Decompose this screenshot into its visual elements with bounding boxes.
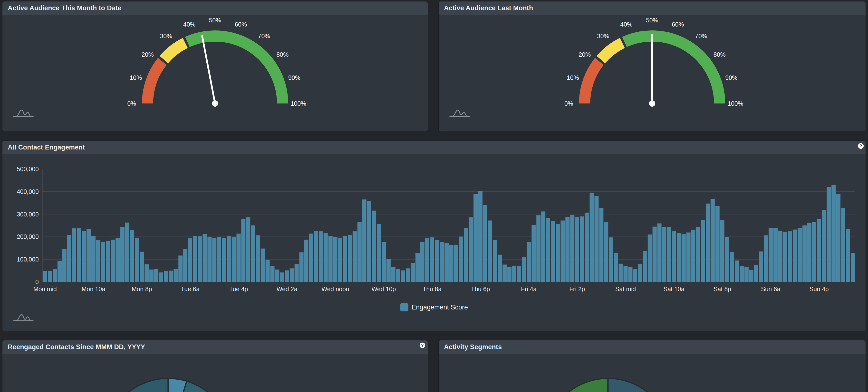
- dashboard-root: Active Audience This Month to Date 0%10%…: [0, 0, 868, 392]
- question-icon: ?: [421, 343, 424, 348]
- svg-text:Sat 8p: Sat 8p: [713, 286, 731, 292]
- svg-text:10%: 10%: [130, 74, 142, 81]
- panel-header: Activity Segments: [439, 340, 866, 354]
- panel-active-audience-mtd: Active Audience This Month to Date 0%10%…: [2, 1, 428, 131]
- svg-text:Sat mid: Sat mid: [615, 286, 636, 292]
- panel-body: 0%10%20%30%40%50%60%70%80%90%100%: [439, 15, 866, 131]
- svg-text:Wed 10p: Wed 10p: [372, 286, 396, 292]
- svg-text:90%: 90%: [288, 74, 301, 81]
- panel-header: Reengaged Contacts Since MMM DD, YYYY: [2, 340, 428, 354]
- svg-text:30%: 30%: [597, 33, 609, 39]
- svg-text:60%: 60%: [235, 21, 247, 28]
- svg-text:100%: 100%: [291, 100, 306, 107]
- svg-text:90%: 90%: [725, 74, 737, 81]
- panel-title: Reengaged Contacts Since MMM DD, YYYY: [8, 343, 145, 351]
- legend-label: Engagement Score: [411, 304, 468, 311]
- svg-text:Thu 8a: Thu 8a: [423, 286, 441, 292]
- svg-text:60%: 60%: [672, 21, 684, 28]
- svg-text:30%: 30%: [160, 33, 172, 39]
- help-button[interactable]: ?: [858, 143, 864, 149]
- svg-text:50%: 50%: [209, 17, 221, 24]
- svg-text:40%: 40%: [620, 21, 632, 28]
- panel-body: [2, 354, 428, 392]
- svg-text:Wed noon: Wed noon: [321, 286, 349, 292]
- svg-text:40%: 40%: [183, 21, 195, 28]
- gauge-chart-svg: 0%10%20%30%40%50%60%70%80%90%100%: [439, 15, 866, 131]
- panel-body: [439, 354, 866, 392]
- area-sparkline-icon: [448, 108, 471, 118]
- bar-chart-svg[interactable]: 0100,000200,000300,000400,000500,000Mon …: [2, 155, 866, 301]
- question-icon: ?: [860, 144, 862, 148]
- svg-text:Sat 10a: Sat 10a: [663, 286, 684, 292]
- area-sparkline-icon: [12, 313, 35, 323]
- panel-title: Activity Segments: [444, 343, 502, 351]
- panel-activity-segments: Activity Segments: [439, 340, 866, 392]
- svg-text:400,000: 400,000: [17, 188, 39, 195]
- svg-text:100,000: 100,000: [17, 256, 39, 263]
- svg-text:Tue 4p: Tue 4p: [229, 286, 248, 292]
- svg-text:70%: 70%: [258, 33, 270, 39]
- help-button[interactable]: ?: [420, 342, 425, 348]
- pie-chart-svg[interactable]: [439, 354, 866, 392]
- svg-text:10%: 10%: [567, 74, 579, 81]
- panel-header: Active Audience Last Month: [439, 1, 866, 15]
- svg-text:20%: 20%: [579, 51, 591, 58]
- svg-text:0: 0: [35, 279, 39, 285]
- svg-text:80%: 80%: [276, 51, 288, 58]
- svg-text:Fri 2p: Fri 2p: [569, 286, 585, 292]
- panel-title: Active Audience This Month to Date: [8, 4, 121, 12]
- svg-text:Mon 10a: Mon 10a: [82, 286, 105, 292]
- gauge-chart-svg: 0%10%20%30%40%50%60%70%80%90%100%: [2, 15, 428, 131]
- svg-text:Sun 6a: Sun 6a: [761, 286, 780, 292]
- svg-text:Mon 8p: Mon 8p: [132, 286, 152, 292]
- panel-all-contact-engagement: All Contact Engagement ? 0100,000200,000…: [2, 141, 866, 331]
- svg-text:70%: 70%: [695, 33, 707, 39]
- svg-text:300,000: 300,000: [17, 211, 39, 218]
- area-sparkline-icon: [12, 108, 35, 118]
- svg-text:100%: 100%: [727, 100, 743, 107]
- svg-text:20%: 20%: [142, 51, 154, 58]
- svg-text:Fri 4a: Fri 4a: [521, 286, 536, 292]
- panel-header: Active Audience This Month to Date: [2, 1, 428, 15]
- legend-swatch: [400, 303, 408, 312]
- pie-chart-svg[interactable]: [2, 354, 428, 392]
- panel-body: 0100,000200,000300,000400,000500,000Mon …: [2, 155, 866, 331]
- chart-legend: Engagement Score: [2, 303, 866, 312]
- svg-text:0%: 0%: [127, 100, 136, 107]
- panel-title: All Contact Engagement: [8, 144, 85, 151]
- svg-text:Mon mid: Mon mid: [33, 286, 57, 292]
- panel-active-audience-last-month: Active Audience Last Month 0%10%20%30%40…: [439, 1, 866, 131]
- svg-text:200,000: 200,000: [17, 233, 39, 240]
- panel-title: Active Audience Last Month: [444, 4, 533, 12]
- panel-header: All Contact Engagement: [2, 141, 866, 154]
- svg-text:Sun 4p: Sun 4p: [809, 286, 829, 292]
- svg-text:500,000: 500,000: [17, 166, 39, 172]
- svg-text:50%: 50%: [646, 17, 658, 24]
- svg-text:80%: 80%: [713, 51, 726, 58]
- svg-text:Wed 2a: Wed 2a: [277, 286, 298, 292]
- svg-text:Tue 6a: Tue 6a: [181, 286, 199, 292]
- panel-reengaged-contacts: Reengaged Contacts Since MMM DD, YYYY ?: [2, 340, 428, 392]
- svg-text:Thu 6p: Thu 6p: [471, 286, 490, 292]
- panel-body: 0%10%20%30%40%50%60%70%80%90%100%: [2, 15, 428, 131]
- svg-text:0%: 0%: [564, 100, 573, 107]
